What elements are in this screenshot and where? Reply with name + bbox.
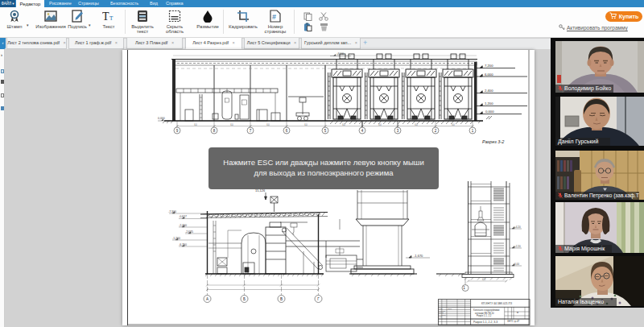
svg-text:6,0: 6,0 [230,123,233,126]
svg-text:-6,750: -6,750 [179,243,187,246]
svg-text:-2,625: -2,625 [185,230,193,234]
svg-text:T: T [102,10,109,23]
svg-text:6,000: 6,000 [485,72,493,77]
svg-text:А: А [206,297,208,301]
svg-text:6,0: 6,0 [194,123,197,126]
svg-text:6,0: 6,0 [342,123,345,126]
svg-text:0,000: 0,000 [485,110,494,114]
svg-text:+4,20: +4,20 [514,226,521,229]
svg-text:#: # [272,13,276,21]
svg-text:0,00: 0,00 [514,263,519,266]
svg-text:КП.ХНТУ 44.5ВК.021.ПЗ: КП.ХНТУ 44.5ВК.021.ПЗ [481,302,512,305]
svg-text:Розріз 1-1, 2-2: Розріз 1-1, 2-2 [477,314,492,317]
svg-text:В: В [280,297,283,301]
svg-text:Разрез 1-1, 2-2, 3-3: Разрез 1-1, 2-2, 3-3 [473,321,497,324]
svg-text:Разрез 3-2: Разрез 3-2 [482,139,504,144]
svg-text:2,400: 2,400 [485,89,493,93]
svg-text:6,0: 6,0 [266,123,270,126]
svg-text:-1,200: -1,200 [172,237,180,240]
svg-text:ХНТУ, гр.4Т: ХНТУ, гр.4Т [507,320,519,323]
svg-text:-7,300: -7,300 [168,210,176,213]
svg-text:-0,627: -0,627 [179,215,187,218]
svg-text:1,200: 1,200 [485,101,493,106]
svg-text:6,0: 6,0 [304,123,308,126]
svg-text:-1,670: -1,670 [414,254,423,258]
svg-text:7,200: 7,200 [485,64,493,68]
svg-text:6,0: 6,0 [378,123,382,126]
svg-text:Б: Б [243,297,246,301]
svg-text:Лист: Лист [448,308,452,310]
svg-text:м: м [517,311,518,314]
svg-text:-2,400: -2,400 [179,224,187,227]
svg-text:6,0: 6,0 [452,123,455,126]
svg-text:+2,20: +2,20 [514,245,521,248]
svg-text:4,5: 4,5 [482,278,485,281]
svg-text:0,000: 0,000 [158,117,165,120]
svg-text:т: т [109,13,114,22]
svg-text:6,0: 6,0 [415,123,418,126]
